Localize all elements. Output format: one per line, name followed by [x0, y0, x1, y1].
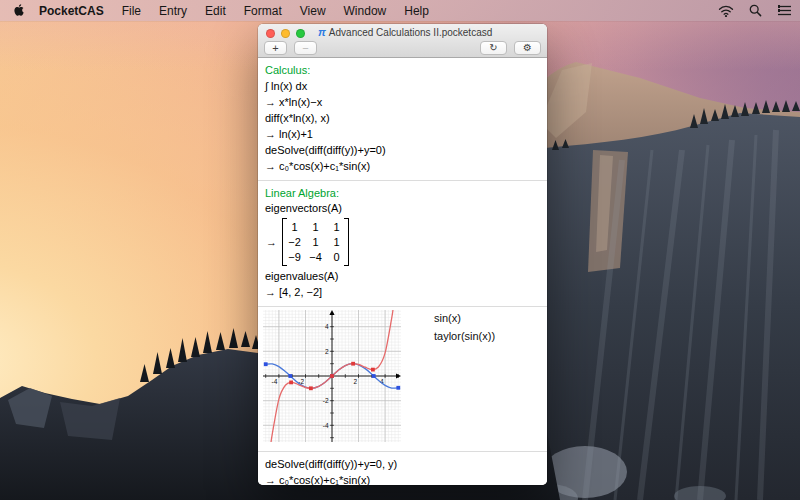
- recalculate-button[interactable]: ↻: [480, 41, 507, 55]
- window-title: πAdvanced Calculations II.pocketcasd: [318, 26, 487, 38]
- expression-input[interactable]: eigenvectors(A): [265, 202, 540, 215]
- cliff-dark-face: [520, 113, 800, 500]
- wifi-icon[interactable]: [718, 5, 734, 17]
- expression-input[interactable]: diff(x*ln(x), x): [265, 112, 540, 125]
- expression-input[interactable]: ∫ ln(x) dx: [265, 80, 540, 93]
- expression-result: → x*ln(x)−x: [265, 96, 540, 109]
- apple-menu[interactable]: [14, 4, 26, 18]
- svg-text:2: 2: [325, 347, 329, 354]
- menu-format[interactable]: Format: [235, 4, 291, 18]
- section-plot: -4-224-4-224 sin(x) taylor(sin(x)): [258, 307, 547, 452]
- section-linear-algebra: Linear Algebra: eigenvectors(A) → 1 1 1 …: [258, 181, 547, 307]
- pi-document-icon: π: [318, 26, 326, 38]
- result-arrow: →: [266, 236, 277, 248]
- notification-center-icon[interactable]: [777, 5, 792, 16]
- apple-icon: [14, 4, 26, 18]
- svg-text:-4: -4: [272, 378, 278, 385]
- menu-app-name[interactable]: PocketCAS: [30, 4, 113, 18]
- section-desolve: deSolve(diff(diff(y))+y=0, y) → c₀*cos(x…: [258, 452, 547, 486]
- section-header: Calculus:: [265, 64, 540, 76]
- gear-icon: ⚙: [523, 42, 532, 53]
- legend-sin: sin(x): [434, 312, 495, 324]
- remove-entry-button[interactable]: −: [294, 41, 317, 55]
- menu-edit[interactable]: Edit: [196, 4, 235, 18]
- eigenvector-matrix: 1 1 1 −2 1 1 −9 −4 0: [282, 218, 349, 266]
- add-entry-button[interactable]: +: [264, 41, 287, 55]
- pocketcas-window: πAdvanced Calculations II.pocketcasd + −…: [258, 24, 547, 485]
- function-plot[interactable]: -4-224-4-224: [263, 310, 401, 442]
- window-titlebar[interactable]: πAdvanced Calculations II.pocketcasd + −…: [258, 24, 547, 58]
- expression-result: → [4, 2, −2]: [265, 286, 540, 299]
- refresh-icon: ↻: [489, 42, 497, 53]
- close-button[interactable]: [266, 29, 275, 38]
- document-content: Calculus: ∫ ln(x) dx → x*ln(x)−x diff(x*…: [258, 58, 547, 485]
- menu-bar: PocketCAS File Entry Edit Format View Wi…: [0, 0, 800, 21]
- expression-result: → c₀*cos(x)+c₁*sin(x): [265, 474, 540, 485]
- section-calculus: Calculus: ∫ ln(x) dx → x*ln(x)−x diff(x*…: [258, 58, 547, 181]
- spotlight-icon[interactable]: [749, 4, 762, 17]
- expression-input[interactable]: deSolve(diff(diff(y))+y=0): [265, 144, 540, 157]
- expression-result: → c₀*cos(x)+c₁*sin(x): [265, 160, 540, 173]
- minimize-button[interactable]: [281, 29, 290, 38]
- menu-view[interactable]: View: [291, 4, 335, 18]
- plot-legend: sin(x) taylor(sin(x)): [434, 312, 495, 348]
- menu-file[interactable]: File: [113, 4, 150, 18]
- legend-taylor: taylor(sin(x)): [434, 330, 495, 342]
- expression-input[interactable]: eigenvalues(A): [265, 270, 540, 283]
- menu-entry[interactable]: Entry: [150, 4, 196, 18]
- toolbar: + − ↻ ⚙: [258, 39, 547, 57]
- menu-window[interactable]: Window: [335, 4, 396, 18]
- settings-button[interactable]: ⚙: [514, 41, 541, 55]
- svg-text:2: 2: [353, 378, 357, 385]
- svg-text:-4: -4: [323, 421, 329, 428]
- menu-help[interactable]: Help: [395, 4, 438, 18]
- svg-text:-2: -2: [323, 397, 329, 404]
- zoom-button[interactable]: [296, 29, 305, 38]
- matrix-result: → 1 1 1 −2 1 1 −9 −4 0: [266, 218, 540, 266]
- svg-text:4: 4: [325, 323, 329, 330]
- section-header: Linear Algebra:: [265, 187, 540, 199]
- expression-input[interactable]: deSolve(diff(diff(y))+y=0, y): [265, 458, 540, 471]
- expression-result: → ln(x)+1: [265, 128, 540, 141]
